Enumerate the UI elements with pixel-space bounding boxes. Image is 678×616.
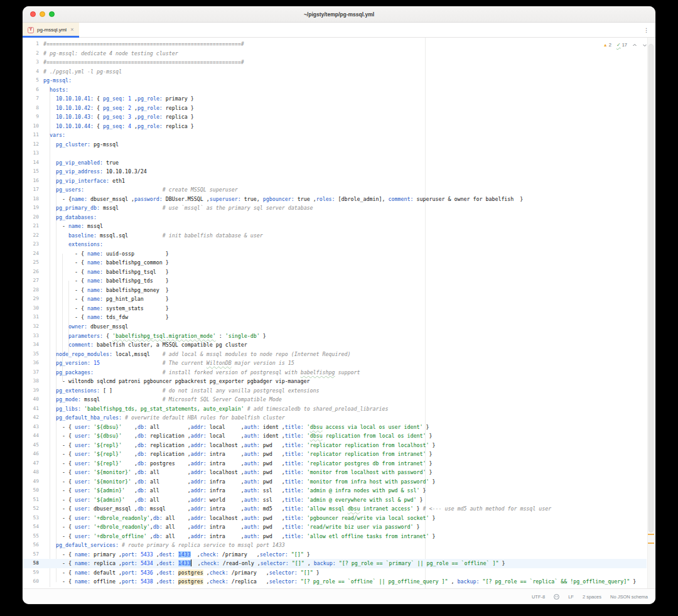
code-line[interactable]: 52 - { user: dbuser_mssql ,db: mssql ,ad…: [23, 504, 647, 514]
code-line[interactable]: 51 - { user: '${admin}' ,db: all ,addr: …: [23, 495, 647, 505]
line-number: 40: [23, 395, 39, 404]
error-stripe-mark[interactable]: [648, 543, 654, 544]
code-line[interactable]: 45 - { user: '${repl}' ,db: replication …: [23, 441, 647, 450]
code-line[interactable]: 6 hosts:: [23, 85, 647, 95]
code-line[interactable]: 46 - { user: '${repl}' ,db: replication …: [23, 450, 647, 459]
code-line[interactable]: 59 - { name: default ,port: 5436 ,dest: …: [23, 568, 647, 578]
code-text: # pg-mssql: dedicate 4 node testing clus…: [39, 49, 178, 58]
code-line[interactable]: 1#======================================…: [23, 40, 647, 49]
code-line[interactable]: 49 - { user: '${monitor}' ,db: all ,addr…: [23, 477, 647, 487]
code-line[interactable]: 30 - { name: system_stats }: [23, 304, 647, 313]
code-line[interactable]: 26 - { name: babelfishpg_tsql }: [23, 267, 647, 277]
code-line[interactable]: 55 - { user: '+dbrole_offline' ,db: all …: [23, 532, 647, 541]
encoding-widget[interactable]: UTF-8: [532, 594, 545, 600]
code-text: pg_packages: # install forked version of…: [39, 368, 360, 377]
code-line[interactable]: 39 pg_extensions: [ ] # do not install a…: [23, 386, 647, 396]
code-line[interactable]: 19 pg_primary_db: mssql # use `mssql` as…: [23, 203, 647, 213]
code-line[interactable]: 23 extensions:: [23, 240, 647, 249]
code-line[interactable]: 24 - { name: uuid-ossp }: [23, 249, 647, 259]
close-window-button[interactable]: [30, 11, 36, 17]
line-number: 3: [23, 58, 39, 67]
tab-pg-mssql-yml[interactable]: Y pg-mssql.yml ×: [23, 23, 79, 37]
error-stripe-mark[interactable]: [648, 534, 654, 535]
code-line[interactable]: 60 - { name: offline ,port: 5438 ,dest: …: [23, 577, 647, 586]
warnings-item[interactable]: ▲ 2: [603, 42, 611, 48]
code-line[interactable]: 22 baseline: mssql.sql # init babelfish …: [23, 231, 647, 240]
line-number: 4: [23, 67, 39, 77]
line-number: 22: [23, 231, 39, 240]
line-number: 54: [23, 522, 39, 532]
code-line[interactable]: 4# ./pgsql.yml -l pg-mssql: [23, 67, 647, 77]
line-number: 37: [23, 368, 39, 377]
code-line[interactable]: 18 - {name: dbuser_mssql ,password: DBUs…: [23, 195, 647, 204]
copilot-icon[interactable]: [554, 594, 559, 600]
code-line[interactable]: 21 - name: mssql: [23, 222, 647, 231]
zoom-window-button[interactable]: [49, 11, 55, 17]
code-line[interactable]: 8 10.10.10.42: { pg_seq: 2 ,pg_role: rep…: [23, 104, 647, 113]
code-line[interactable]: 28 - { name: babelfishpg_money }: [23, 286, 647, 295]
line-number: 29: [23, 294, 39, 304]
tab-options-kebab-icon[interactable]: ⋮: [637, 27, 655, 33]
code-line[interactable]: 12 pg_cluster: pg-mssql: [23, 140, 647, 149]
line-number: 13: [23, 149, 39, 158]
code-line[interactable]: 9 10.10.10.43: { pg_seq: 3 ,pg_role: rep…: [23, 112, 647, 122]
line-number: 26: [23, 267, 39, 277]
code-line[interactable]: 56 pg_default_services: # route primary …: [23, 541, 647, 550]
code-text: owner: dbuser_mssql: [39, 322, 128, 332]
code-line[interactable]: 53 - { user: '+dbrole_readonly',db: all …: [23, 514, 647, 523]
code-line[interactable]: 48 - { user: '${monitor}' ,db: all ,addr…: [23, 468, 647, 477]
code-line[interactable]: 37 pg_packages: # install forked version…: [23, 368, 647, 377]
code-line[interactable]: 27 - { name: babelfishpg_tds }: [23, 276, 647, 286]
code-line[interactable]: 29 - { name: pg_hint_plan }: [23, 294, 647, 304]
chevron-up-icon[interactable]: [632, 43, 637, 48]
line-number: 7: [23, 94, 39, 104]
code-line[interactable]: 58 - { name: replica ,port: 5434 ,dest: …: [23, 559, 647, 568]
code-line[interactable]: 54 - { user: '+dbrole_readonly',db: all …: [23, 522, 647, 532]
code-line[interactable]: 13: [23, 149, 647, 158]
code-line[interactable]: 7 10.10.10.41: { pg_seq: 1 ,pg_role: pri…: [23, 94, 647, 104]
code-text: - { user: '+dbrole_readonly',db: all ,ad…: [39, 522, 420, 532]
code-line[interactable]: 57 - { name: primary ,port: 5433 ,dest: …: [23, 550, 647, 559]
code-line[interactable]: 2# pg-mssql: dedicate 4 node testing clu…: [23, 49, 647, 58]
indent-widget[interactable]: 2 spaces: [583, 594, 601, 600]
code-line[interactable]: 36 pg_version: 15 # The current WiltonDB…: [23, 359, 647, 368]
code-line[interactable]: 44 - { user: '${dbsu}' ,db: replication …: [23, 431, 647, 441]
line-number: 52: [23, 504, 39, 514]
code-line[interactable]: 10 10.10.10.44: { pg_seq: 4 ,pg_role: re…: [23, 122, 647, 131]
code-line[interactable]: 32 owner: dbuser_mssql: [23, 322, 647, 332]
status-bar: UTF-8 LF 2 spaces No JSON schema: [23, 588, 655, 604]
code-line[interactable]: 14 pg_vip_enabled: true: [23, 158, 647, 168]
code-line[interactable]: 20 pg_databases:: [23, 213, 647, 222]
code-line[interactable]: 50 - { user: '${admin}' ,db: all ,addr: …: [23, 486, 647, 495]
code-line[interactable]: 11 vars:: [23, 131, 647, 140]
code-line[interactable]: 41 pg_libs: 'babelfishpg_tds, pg_stat_st…: [23, 404, 647, 414]
code-text: baseline: mssql.sql # init babelfish dat…: [39, 231, 263, 240]
code-line[interactable]: 33 parameters: { 'babelfishpg_tsql.migra…: [23, 332, 647, 341]
scrollbar-thumb[interactable]: [648, 44, 654, 532]
traffic-lights: [30, 6, 55, 22]
code-line[interactable]: 25 - { name: babelfishpg_common }: [23, 258, 647, 267]
line-number: 56: [23, 541, 39, 550]
code-line[interactable]: 43 - { user: '${dbsu}' ,db: all ,addr: l…: [23, 423, 647, 432]
inspections-widget[interactable]: ▲ 2 ✓ 17: [601, 41, 649, 49]
json-schema-widget[interactable]: No JSON schema: [610, 594, 648, 600]
chevron-down-icon[interactable]: [642, 43, 647, 48]
code-line[interactable]: 47 - { user: '${repl}' ,db: postgres ,ad…: [23, 459, 647, 468]
typos-item[interactable]: ✓ 17: [616, 42, 627, 48]
code-line[interactable]: 16 pg_vip_interface: eth1: [23, 176, 647, 186]
code-line[interactable]: 40 pg_mode: mssql # Microsoft SQL Server…: [23, 395, 647, 404]
code-text: - { user: '+dbrole_offline' ,db: all ,ad…: [39, 532, 436, 541]
code-line[interactable]: 15 pg_vip_address: 10.10.10.3/24: [23, 167, 647, 176]
line-number: 39: [23, 386, 39, 396]
code-line[interactable]: 31 - { name: tds_fdw }: [23, 313, 647, 322]
code-line[interactable]: 34 comment: babelfish cluster, a MSSQL c…: [23, 340, 647, 350]
code-line[interactable]: 42 pg_default_hba_rules: # overwrite def…: [23, 413, 647, 423]
code-line[interactable]: 5pg-mssql:: [23, 76, 647, 85]
code-line[interactable]: 35 node_repo_modules: local,mssql # add …: [23, 350, 647, 359]
tab-close-icon[interactable]: ×: [70, 27, 73, 33]
code-line[interactable]: 3#======================================…: [23, 58, 647, 67]
code-line[interactable]: 17 pg_users: # create MSSQL superuser: [23, 185, 647, 195]
line-ending-widget[interactable]: LF: [568, 594, 574, 600]
minimize-window-button[interactable]: [40, 11, 45, 17]
code-line[interactable]: 38 - wiltondb sqlcmd patroni pgbouncer p…: [23, 377, 647, 386]
